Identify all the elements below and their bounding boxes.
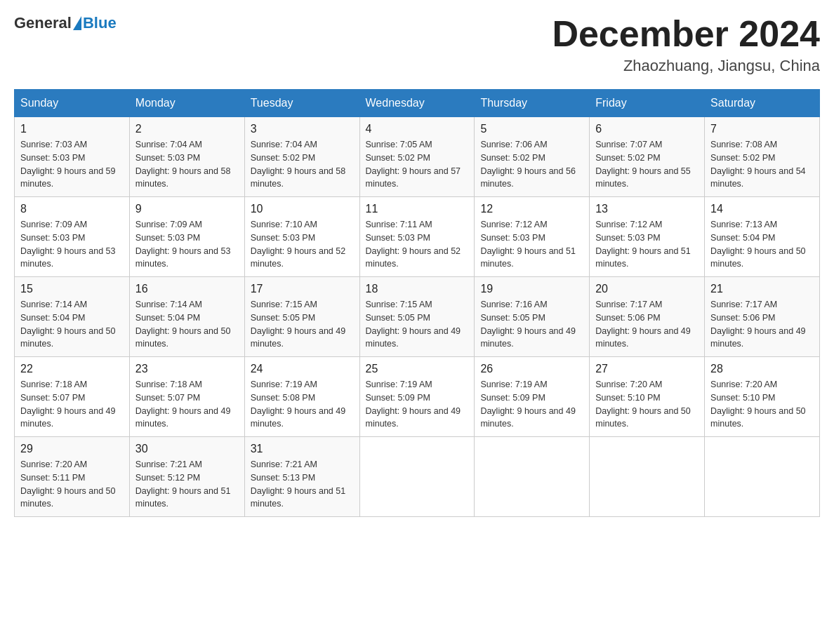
day-number: 27: [595, 363, 699, 375]
day-info: Sunrise: 7:20 AMSunset: 5:11 PMDaylight:…: [20, 458, 124, 511]
day-number: 24: [251, 363, 354, 375]
day-info: Sunrise: 7:10 AMSunset: 5:03 PMDaylight:…: [251, 218, 354, 271]
day-number: 18: [366, 283, 469, 295]
day-number: 20: [595, 283, 699, 295]
calendar-week-row: 1Sunrise: 7:03 AMSunset: 5:03 PMDaylight…: [15, 117, 820, 197]
calendar-cell: [705, 437, 820, 517]
day-number: 4: [366, 123, 469, 135]
day-info: Sunrise: 7:03 AMSunset: 5:03 PMDaylight:…: [20, 138, 124, 191]
calendar-cell: 8Sunrise: 7:09 AMSunset: 5:03 PMDaylight…: [15, 197, 130, 277]
calendar-header: SundayMondayTuesdayWednesdayThursdayFrid…: [15, 90, 820, 117]
day-info: Sunrise: 7:12 AMSunset: 5:03 PMDaylight:…: [480, 218, 583, 271]
calendar-cell: 29Sunrise: 7:20 AMSunset: 5:11 PMDayligh…: [15, 437, 130, 517]
day-number: 31: [251, 443, 354, 455]
calendar-cell: 6Sunrise: 7:07 AMSunset: 5:02 PMDaylight…: [590, 117, 705, 197]
weekday-header-row: SundayMondayTuesdayWednesdayThursdayFrid…: [15, 90, 820, 117]
weekday-header-saturday: Saturday: [705, 90, 820, 117]
day-info: Sunrise: 7:19 AMSunset: 5:09 PMDaylight:…: [480, 378, 583, 431]
day-info: Sunrise: 7:18 AMSunset: 5:07 PMDaylight:…: [135, 378, 239, 431]
calendar-cell: 13Sunrise: 7:12 AMSunset: 5:03 PMDayligh…: [590, 197, 705, 277]
weekday-header-tuesday: Tuesday: [244, 90, 359, 117]
calendar-cell: [590, 437, 705, 517]
calendar-week-row: 22Sunrise: 7:18 AMSunset: 5:07 PMDayligh…: [15, 357, 820, 437]
day-number: 28: [710, 363, 814, 375]
calendar-cell: [359, 437, 475, 517]
day-info: Sunrise: 7:15 AMSunset: 5:05 PMDaylight:…: [251, 298, 354, 351]
day-number: 8: [20, 203, 124, 215]
day-number: 9: [135, 203, 239, 215]
day-number: 6: [595, 123, 699, 135]
calendar-cell: 22Sunrise: 7:18 AMSunset: 5:07 PMDayligh…: [15, 357, 130, 437]
day-number: 7: [710, 123, 814, 135]
weekday-header-wednesday: Wednesday: [359, 90, 475, 117]
weekday-header-monday: Monday: [129, 90, 244, 117]
location-subtitle: Zhaozhuang, Jiangsu, China: [552, 57, 820, 75]
logo: General Blue: [14, 14, 117, 32]
day-info: Sunrise: 7:16 AMSunset: 5:05 PMDaylight:…: [480, 298, 583, 351]
calendar-cell: 14Sunrise: 7:13 AMSunset: 5:04 PMDayligh…: [705, 197, 820, 277]
day-number: 3: [251, 123, 354, 135]
calendar-cell: 1Sunrise: 7:03 AMSunset: 5:03 PMDaylight…: [15, 117, 130, 197]
day-info: Sunrise: 7:13 AMSunset: 5:04 PMDaylight:…: [710, 218, 814, 271]
day-info: Sunrise: 7:18 AMSunset: 5:07 PMDaylight:…: [20, 378, 124, 431]
day-number: 21: [710, 283, 814, 295]
calendar-cell: 5Sunrise: 7:06 AMSunset: 5:02 PMDaylight…: [475, 117, 590, 197]
calendar-cell: 21Sunrise: 7:17 AMSunset: 5:06 PMDayligh…: [705, 277, 820, 357]
calendar-cell: 3Sunrise: 7:04 AMSunset: 5:02 PMDaylight…: [244, 117, 359, 197]
day-number: 5: [480, 123, 583, 135]
day-number: 17: [251, 283, 354, 295]
logo-blue-text: Blue: [83, 14, 117, 32]
calendar-cell: 27Sunrise: 7:20 AMSunset: 5:10 PMDayligh…: [590, 357, 705, 437]
day-info: Sunrise: 7:21 AMSunset: 5:13 PMDaylight:…: [251, 458, 354, 511]
day-info: Sunrise: 7:12 AMSunset: 5:03 PMDaylight:…: [595, 218, 699, 271]
calendar-cell: 31Sunrise: 7:21 AMSunset: 5:13 PMDayligh…: [244, 437, 359, 517]
day-number: 23: [135, 363, 239, 375]
weekday-header-sunday: Sunday: [15, 90, 130, 117]
month-year-title: December 2024: [552, 14, 820, 54]
calendar-cell: 9Sunrise: 7:09 AMSunset: 5:03 PMDaylight…: [129, 197, 244, 277]
day-info: Sunrise: 7:14 AMSunset: 5:04 PMDaylight:…: [20, 298, 124, 351]
day-info: Sunrise: 7:19 AMSunset: 5:08 PMDaylight:…: [251, 378, 354, 431]
day-number: 30: [135, 443, 239, 455]
day-number: 22: [20, 363, 124, 375]
day-number: 25: [366, 363, 469, 375]
day-info: Sunrise: 7:14 AMSunset: 5:04 PMDaylight:…: [135, 298, 239, 351]
day-info: Sunrise: 7:06 AMSunset: 5:02 PMDaylight:…: [480, 138, 583, 191]
weekday-header-thursday: Thursday: [475, 90, 590, 117]
calendar-week-row: 8Sunrise: 7:09 AMSunset: 5:03 PMDaylight…: [15, 197, 820, 277]
calendar-cell: 11Sunrise: 7:11 AMSunset: 5:03 PMDayligh…: [359, 197, 475, 277]
day-info: Sunrise: 7:07 AMSunset: 5:02 PMDaylight:…: [595, 138, 699, 191]
calendar-cell: 30Sunrise: 7:21 AMSunset: 5:12 PMDayligh…: [129, 437, 244, 517]
day-info: Sunrise: 7:04 AMSunset: 5:03 PMDaylight:…: [135, 138, 239, 191]
day-info: Sunrise: 7:11 AMSunset: 5:03 PMDaylight:…: [366, 218, 469, 271]
calendar-cell: 26Sunrise: 7:19 AMSunset: 5:09 PMDayligh…: [475, 357, 590, 437]
calendar-cell: 17Sunrise: 7:15 AMSunset: 5:05 PMDayligh…: [244, 277, 359, 357]
calendar-cell: 18Sunrise: 7:15 AMSunset: 5:05 PMDayligh…: [359, 277, 475, 357]
day-info: Sunrise: 7:08 AMSunset: 5:02 PMDaylight:…: [710, 138, 814, 191]
day-info: Sunrise: 7:15 AMSunset: 5:05 PMDaylight:…: [366, 298, 469, 351]
calendar-cell: 19Sunrise: 7:16 AMSunset: 5:05 PMDayligh…: [475, 277, 590, 357]
calendar-cell: 24Sunrise: 7:19 AMSunset: 5:08 PMDayligh…: [244, 357, 359, 437]
calendar-cell: 16Sunrise: 7:14 AMSunset: 5:04 PMDayligh…: [129, 277, 244, 357]
day-number: 1: [20, 123, 124, 135]
calendar-cell: 2Sunrise: 7:04 AMSunset: 5:03 PMDaylight…: [129, 117, 244, 197]
logo-general-text: General: [14, 14, 72, 32]
calendar-cell: 7Sunrise: 7:08 AMSunset: 5:02 PMDaylight…: [705, 117, 820, 197]
calendar-week-row: 15Sunrise: 7:14 AMSunset: 5:04 PMDayligh…: [15, 277, 820, 357]
weekday-header-friday: Friday: [590, 90, 705, 117]
day-info: Sunrise: 7:20 AMSunset: 5:10 PMDaylight:…: [595, 378, 699, 431]
calendar-cell: [475, 437, 590, 517]
day-info: Sunrise: 7:21 AMSunset: 5:12 PMDaylight:…: [135, 458, 239, 511]
calendar-cell: 28Sunrise: 7:20 AMSunset: 5:10 PMDayligh…: [705, 357, 820, 437]
day-info: Sunrise: 7:04 AMSunset: 5:02 PMDaylight:…: [251, 138, 354, 191]
calendar-cell: 23Sunrise: 7:18 AMSunset: 5:07 PMDayligh…: [129, 357, 244, 437]
calendar-cell: 4Sunrise: 7:05 AMSunset: 5:02 PMDaylight…: [359, 117, 475, 197]
calendar-cell: 25Sunrise: 7:19 AMSunset: 5:09 PMDayligh…: [359, 357, 475, 437]
day-info: Sunrise: 7:19 AMSunset: 5:09 PMDaylight:…: [366, 378, 469, 431]
day-info: Sunrise: 7:20 AMSunset: 5:10 PMDaylight:…: [710, 378, 814, 431]
day-number: 16: [135, 283, 239, 295]
day-info: Sunrise: 7:09 AMSunset: 5:03 PMDaylight:…: [135, 218, 239, 271]
day-number: 19: [480, 283, 583, 295]
calendar-cell: 20Sunrise: 7:17 AMSunset: 5:06 PMDayligh…: [590, 277, 705, 357]
day-number: 11: [366, 203, 469, 215]
